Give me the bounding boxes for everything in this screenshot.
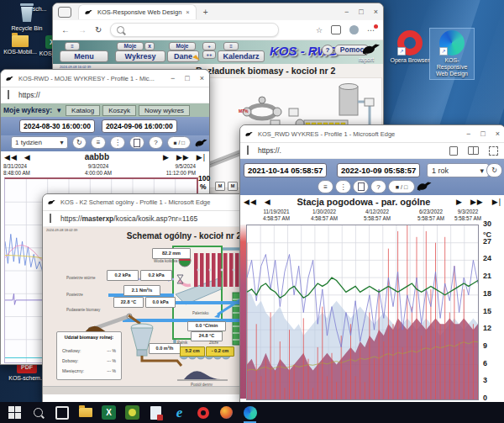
kalendarz-button[interactable]: Kalendarz [218,50,265,62]
moje-dane-small-button[interactable]: Moje [169,42,196,50]
maximize-button[interactable]: □ [185,74,189,82]
icon-label: Recycle Bin [12,25,43,32]
help-button[interactable]: ? [149,136,164,149]
close-button[interactable]: × [496,130,500,138]
desktop-icon-kos-mobil[interactable]: KOS-Mobil... [2,35,39,56]
titlebar[interactable]: KOS-RWD - MOJE WYKRESY - Profile 1 - Mic… [1,70,209,87]
menu-button[interactable]: ≡ [91,136,106,149]
range-select[interactable]: 1 tydzień▾ [11,136,68,149]
menu-button[interactable]: ≡ [318,180,333,193]
x-label: 4/12/20225:58:57 AM [352,209,402,222]
kalendarz-small-button[interactable]: ≡ [223,42,239,50]
date-to-input[interactable]: 2024-09-06 16:00:00 [102,119,177,133]
nav-prev[interactable]: ◀ [24,153,31,161]
address-bar[interactable] [110,23,279,37]
bird-button[interactable] [195,138,209,148]
url-row[interactable]: https://. [240,143,504,159]
kebab-button[interactable]: ⋮ [110,136,125,149]
edge-icon[interactable] [242,404,258,420]
chart-container[interactable]: 302724211815129630°C [240,225,504,402]
maximize-button[interactable]: □ [480,130,485,138]
date-from-input[interactable]: 2024-08-30 16:00:00 [19,119,95,133]
profile-avatar[interactable] [349,25,359,34]
refresh-button[interactable]: ↻ [486,163,502,177]
desktop-icon-partial[interactable]: sch... [29,6,50,13]
desktop-icon-kos-rwd[interactable]: ↗ KOS-Responsive Web Design [430,29,474,79]
weather-chart-plot[interactable] [246,225,479,400]
url-row[interactable]: https://masterxp/kosica/kosik.asp?nr=116… [43,211,244,227]
close-button[interactable]: × [374,8,378,16]
window-kos-rwd-wykres[interactable]: KOS_RWD WYKRES - Profile 1 - Microsoft E… [239,124,504,403]
back-icon[interactable]: ← [61,25,70,34]
search-icon[interactable] [30,404,46,420]
nav-next[interactable]: ▶ [163,153,170,161]
kos-favicon [48,199,56,205]
help-button[interactable]: ? [370,180,386,193]
menu-small-button[interactable]: ≡ [65,42,80,50]
raport-bird-icon[interactable] [362,43,382,56]
controls-area: 2021-10-14 05:58:57 2022-10-09 05:58:57 … [240,159,504,195]
range-select[interactable]: 1 rok▾ [427,163,489,177]
small-tool-button-1[interactable]: + [202,42,216,50]
refresh-icon[interactable]: ↻ [95,25,102,34]
new-tab-button[interactable]: + [203,8,208,17]
nav-nnext[interactable]: ▶▶ [176,153,190,161]
kos-tool-icon[interactable] [124,404,140,420]
nav-next[interactable]: ▶ [456,198,463,206]
menu-button[interactable]: Menu [60,50,108,62]
tab-koszyk[interactable]: Koszyk [102,105,136,116]
more-menu-icon[interactable]: ⋯ [367,26,375,34]
report-button[interactable] [129,136,144,149]
nav-first[interactable]: ◀◀ [4,153,18,161]
tab-nowy-wykres[interactable]: Nowy wykres [139,105,190,116]
y-tick: 0 [483,394,487,402]
internet-explorer-icon[interactable]: e [171,404,187,420]
file-explorer-icon[interactable] [77,404,93,420]
refresh-button[interactable]: ↻ [72,136,87,149]
opera-icon[interactable] [195,404,211,420]
minimize-button[interactable]: − [466,130,470,138]
date-from-input[interactable]: 2021-10-14 05:58:57 [244,163,327,177]
report-button[interactable] [353,180,369,193]
dropdown-arrow-icon[interactable]: ▼ [55,107,62,114]
nav-last[interactable]: ▶| [197,153,206,161]
bw-toggle-button[interactable]: ■ / □ [167,136,191,149]
window-k2-schemat[interactable]: KOS - K2 Schemat ogólny - Profile 1 - Mi… [42,193,245,403]
secondary-air-label: Powietrze wtórne [66,276,96,280]
titlebar[interactable]: KOS - K2 Schemat ogólny - Profile 1 - Mi… [43,194,244,211]
tab-katalog[interactable]: Katalog [66,105,100,116]
nav-nnext[interactable]: ▶▶ [470,198,484,206]
paint-app-icon[interactable] [218,404,234,420]
x-badge-button[interactable]: x [144,42,155,50]
minimize-button[interactable]: − [171,74,175,82]
nav-last[interactable]: ▶| [492,198,501,206]
copy-icon[interactable] [449,146,458,156]
start-button[interactable] [7,404,23,420]
small-tool-button-2[interactable]: ++ [202,50,216,59]
date-to-input[interactable]: 2022-10-09 05:58:57 [337,163,420,177]
task-view-icon[interactable] [54,404,70,420]
tab-actions-icon[interactable] [58,7,71,18]
collections-icon[interactable] [331,25,341,34]
url-row[interactable]: https:// [1,87,209,103]
bird-button[interactable] [417,181,433,192]
favorites-star-icon[interactable]: ☆ [316,26,323,34]
desktop-icon-opera[interactable]: ↗ Opera Browser [388,30,432,64]
tab-close-icon[interactable]: × [186,8,189,16]
nav-first[interactable]: ◀◀ [244,198,257,206]
document-app-icon[interactable] [148,404,164,420]
kebab-button[interactable]: ⋮ [335,180,351,193]
browser-tab[interactable]: KOS-Responsive Web Design × [78,4,197,19]
nav-prev[interactable]: ◀ [265,198,271,206]
fullscreen-icon[interactable] [489,146,498,156]
wykresy-button[interactable]: Wykresy [115,50,165,62]
close-button[interactable]: × [200,74,204,82]
help-icon[interactable]: ? [322,45,333,56]
excel-icon[interactable]: X [101,404,117,420]
forward-icon[interactable]: → [78,25,87,34]
bw-toggle-button[interactable]: ■ / □ [388,180,415,193]
minimize-button[interactable]: − [344,8,349,16]
maximize-button[interactable]: □ [359,8,363,16]
moje-wykresy-small-button[interactable]: Moje [117,42,144,50]
titlebar[interactable]: KOS_RWD WYKRES - Profile 1 - Microsoft E… [240,125,504,143]
